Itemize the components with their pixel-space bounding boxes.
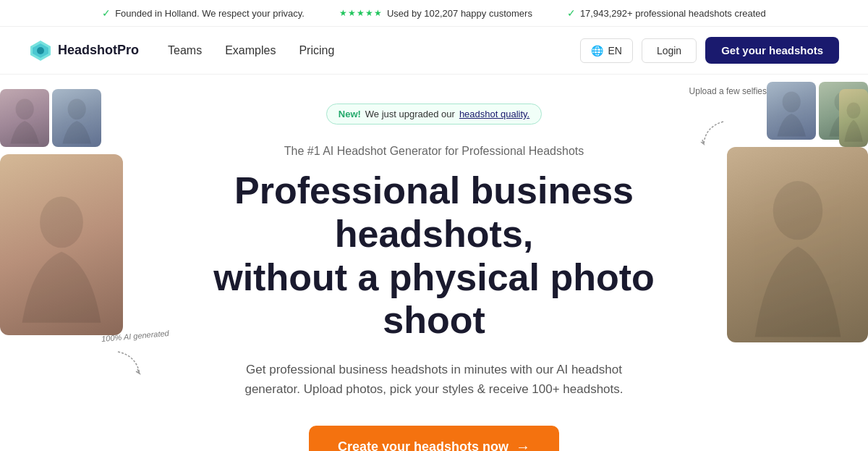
language-button[interactable]: 🌐 EN xyxy=(580,38,632,63)
star-icons: ★★★★★ xyxy=(339,8,383,18)
create-btn-text: Create your headshots now xyxy=(338,439,509,451)
upload-selfies-label: Upload a few selfies xyxy=(689,86,767,96)
nav-links: Teams Examples Pricing xyxy=(168,44,334,57)
logo[interactable]: HeadshotPro xyxy=(29,39,139,62)
hero-section: 100% AI generated Upload a few selfies N… xyxy=(0,75,868,451)
create-headshots-button[interactable]: Create your headshots now → xyxy=(309,426,559,451)
lang-text: EN xyxy=(608,45,621,56)
topbar-text-2: Used by 102,207 happy customers xyxy=(387,8,532,19)
get-headshots-button[interactable]: Get your headshots xyxy=(705,37,839,64)
check-icon-2: ✓ xyxy=(567,7,576,19)
headline: Professional business headshots, without… xyxy=(188,169,680,342)
check-icon-1: ✓ xyxy=(102,7,111,19)
nav-right: 🌐 EN Login Get your headshots xyxy=(580,37,839,64)
svg-point-2 xyxy=(37,47,44,54)
topbar-text-1: Founded in Holland. We respect your priv… xyxy=(115,8,305,19)
description: Get professional business headshots in m… xyxy=(231,360,637,399)
nav-pricing[interactable]: Pricing xyxy=(299,44,334,57)
headline-line1: Professional business headshots, xyxy=(234,169,634,255)
badge-link[interactable]: headshot quality. xyxy=(459,109,529,119)
logo-text: HeadshotPro xyxy=(58,43,139,58)
headline-line2: without a physical photo shoot xyxy=(213,256,655,342)
subtitle: The #1 AI Headshot Generator for Profess… xyxy=(284,145,584,158)
navbar: HeadshotPro Teams Examples Pricing 🌐 EN … xyxy=(0,27,868,75)
badge-text: We just upgraded our xyxy=(365,109,455,119)
topbar-item-1: ✓ Founded in Holland. We respect your pr… xyxy=(102,7,305,19)
login-button[interactable]: Login xyxy=(642,38,697,63)
topbar-text-3: 17,943,292+ professional headshots creat… xyxy=(580,8,766,19)
new-tag: New! xyxy=(339,109,361,119)
nav-teams[interactable]: Teams xyxy=(168,44,202,57)
nav-left: HeadshotPro Teams Examples Pricing xyxy=(29,39,334,62)
topbar-item-3: ✓ 17,943,292+ professional headshots cre… xyxy=(567,7,766,19)
new-badge: New! We just upgraded our headshot quali… xyxy=(326,104,542,125)
logo-icon xyxy=(29,39,52,62)
globe-icon: 🌐 xyxy=(591,45,603,56)
nav-examples[interactable]: Examples xyxy=(225,44,276,57)
hero-center: New! We just upgraded our headshot quali… xyxy=(0,104,868,451)
topbar: ✓ Founded in Holland. We respect your pr… xyxy=(0,0,868,27)
cta-arrow-icon: → xyxy=(516,439,530,451)
topbar-item-2: ★★★★★ Used by 102,207 happy customers xyxy=(339,8,532,19)
